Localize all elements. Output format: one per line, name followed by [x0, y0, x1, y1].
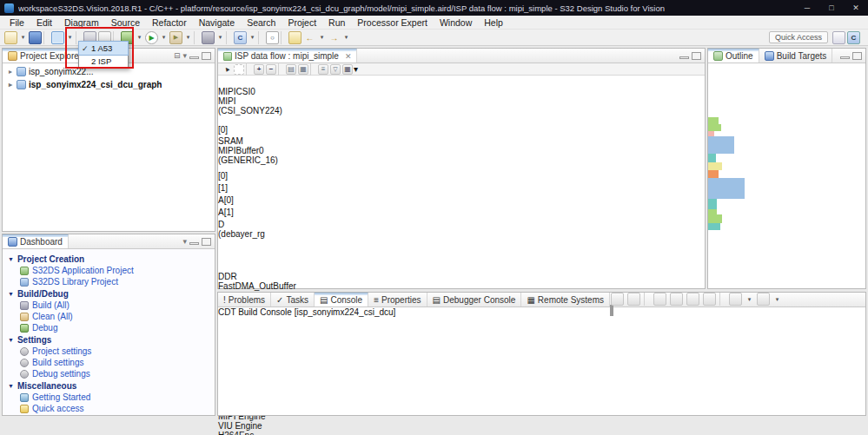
- cpp-icon[interactable]: [847, 31, 860, 44]
- link-lib-project[interactable]: S32DS Library Project: [4, 276, 213, 287]
- tab-problems[interactable]: !Problems: [218, 293, 271, 306]
- menu-file[interactable]: File: [3, 17, 30, 28]
- block-mipi[interactable]: MIPICSI0 MIPI (CSI_SONY224): [218, 87, 282, 125]
- newcpp-icon[interactable]: [234, 31, 247, 44]
- tab-console[interactable]: ▤Console: [315, 293, 368, 306]
- menu-run[interactable]: Run: [322, 17, 351, 28]
- tab-properties[interactable]: ≡Properties: [368, 293, 427, 306]
- maximize-view-icon[interactable]: [612, 305, 613, 316]
- port-sram-out0[interactable]: [0]: [218, 171, 237, 183]
- build-icon[interactable]: [202, 31, 215, 44]
- menu-project[interactable]: Project: [282, 17, 322, 28]
- clear-icon[interactable]: [653, 293, 666, 306]
- dropdown-arrow-icon[interactable]: [342, 31, 350, 44]
- lock-icon[interactable]: [670, 293, 683, 306]
- tools-icon[interactable]: [169, 31, 182, 44]
- dropdown-arrow-icon[interactable]: [216, 31, 224, 44]
- view-menu-icon[interactable]: ▾: [182, 51, 187, 60]
- tab-isp-data-flow[interactable]: ISP data flow : mipi_simple ✕: [218, 49, 357, 63]
- minimize-view-icon[interactable]: [189, 242, 199, 245]
- new-icon[interactable]: [4, 31, 17, 44]
- menu-help[interactable]: Help: [478, 17, 509, 28]
- run-icon[interactable]: [145, 31, 158, 44]
- config-option-a53[interactable]: ✓ 1 A53: [79, 42, 128, 55]
- menu-edit[interactable]: Edit: [30, 17, 58, 28]
- dropdown-arrow-icon[interactable]: [248, 31, 256, 44]
- dropdown-arrow-icon[interactable]: [66, 31, 74, 44]
- select-icon[interactable]: [222, 64, 232, 75]
- maximize-view-icon[interactable]: [202, 52, 211, 60]
- target-icon[interactable]: [51, 31, 64, 44]
- collapse-all-icon[interactable]: ⊟: [174, 51, 181, 60]
- menu-search[interactable]: Search: [241, 17, 282, 28]
- dropdown-arrow-icon[interactable]: [160, 31, 168, 44]
- link-debug[interactable]: Debug: [4, 322, 213, 333]
- dropdown-arrow-icon[interactable]: [745, 293, 753, 306]
- dropdown-arrow-icon[interactable]: [318, 31, 326, 44]
- search-icon[interactable]: [266, 31, 279, 44]
- quick-access-button[interactable]: Quick Access: [769, 31, 828, 43]
- menu-navigate[interactable]: Navigate: [193, 17, 241, 28]
- close-tab-icon[interactable]: ✕: [345, 52, 352, 61]
- menu-source[interactable]: Source: [105, 17, 146, 28]
- config-option-isp[interactable]: 2 ISP: [79, 55, 128, 68]
- outline-thumbnail[interactable]: [708, 63, 865, 230]
- tree-item-project-2[interactable]: ▸ isp_sonyimx224_csi_dcu_graph: [3, 78, 215, 91]
- minimize-window-icon[interactable]: ─: [795, 0, 819, 16]
- menu-processor-expert[interactable]: Processor Expert: [351, 17, 434, 28]
- arr-up-icon[interactable]: [627, 293, 640, 306]
- arr-down-icon[interactable]: [611, 293, 624, 306]
- link-app-project[interactable]: S32DS Application Project: [4, 265, 213, 276]
- layers-icon[interactable]: [318, 64, 328, 75]
- dropdown-arrow-icon[interactable]: [136, 31, 143, 44]
- save-icon[interactable]: [29, 31, 42, 44]
- persp-icon[interactable]: [832, 31, 845, 44]
- palette-item-viu-engine[interactable]: VIU Engine: [218, 421, 705, 431]
- outline-viewport[interactable]: [708, 63, 811, 117]
- link-build-settings[interactable]: Build settings: [4, 357, 213, 368]
- tab-debugger-console[interactable]: ▤Debugger Console: [427, 293, 522, 306]
- minimize-view-icon[interactable]: [840, 56, 850, 59]
- forward-icon[interactable]: [328, 31, 341, 44]
- minimize-view-icon[interactable]: [189, 56, 199, 59]
- link-project-settings[interactable]: Project settings: [4, 346, 213, 357]
- marquee-icon[interactable]: [234, 64, 244, 75]
- grid-icon[interactable]: [342, 64, 353, 75]
- maximize-window-icon[interactable]: □: [819, 0, 844, 16]
- section-project-creation[interactable]: ▼Project Creation: [4, 253, 213, 265]
- menu-diagram[interactable]: Diagram: [58, 17, 105, 28]
- export-icon[interactable]: [286, 64, 296, 75]
- port-sram-out1[interactable]: [1]: [218, 183, 237, 195]
- wrap-icon[interactable]: [686, 293, 699, 306]
- block-sram[interactable]: SRAM MIPIBuffer0 (GENERIC_16): [218, 136, 315, 171]
- dropdown-arrow-icon[interactable]: [773, 293, 781, 306]
- maximize-view-icon[interactable]: [852, 52, 862, 60]
- dropdown-arrow-icon[interactable]: [184, 31, 192, 44]
- back-icon[interactable]: [303, 31, 316, 44]
- expand-icon[interactable]: ▸: [7, 68, 14, 76]
- link-quick-access[interactable]: Quick access: [4, 403, 213, 414]
- zoom-out-icon[interactable]: [266, 64, 276, 75]
- section-miscellaneous[interactable]: ▼Miscellaneous: [4, 379, 213, 392]
- close-window-icon[interactable]: ✕: [844, 0, 868, 16]
- filter-icon[interactable]: [330, 64, 341, 75]
- tab-outline[interactable]: Outline: [708, 49, 759, 63]
- zoom-in-icon[interactable]: [254, 64, 264, 75]
- tab-dashboard[interactable]: Dashboard: [3, 234, 69, 248]
- maximize-view-icon[interactable]: [202, 238, 211, 246]
- port-a1[interactable]: A[1]: [218, 208, 241, 220]
- pin-icon[interactable]: [703, 293, 716, 306]
- menu-refactor[interactable]: Refactor: [146, 17, 193, 28]
- maximize-view-icon[interactable]: [692, 52, 701, 60]
- section-build-debug[interactable]: ▼Build/Debug: [4, 287, 213, 300]
- block-debayer[interactable]: D (debayer_rg: [218, 220, 298, 272]
- link-clean-all[interactable]: Clean (All): [4, 311, 213, 322]
- mon-icon[interactable]: [757, 293, 770, 306]
- section-settings[interactable]: ▼Settings: [4, 333, 213, 346]
- port-a0[interactable]: A[0]: [218, 195, 241, 208]
- zoom-combo[interactable]: ▾: [354, 64, 358, 74]
- dropdown-arrow-icon[interactable]: [19, 31, 27, 44]
- menu-window[interactable]: Window: [434, 17, 478, 28]
- link-getting-started[interactable]: Getting Started: [4, 392, 213, 403]
- palette-item-h264enc[interactable]: H264Enc: [218, 431, 705, 435]
